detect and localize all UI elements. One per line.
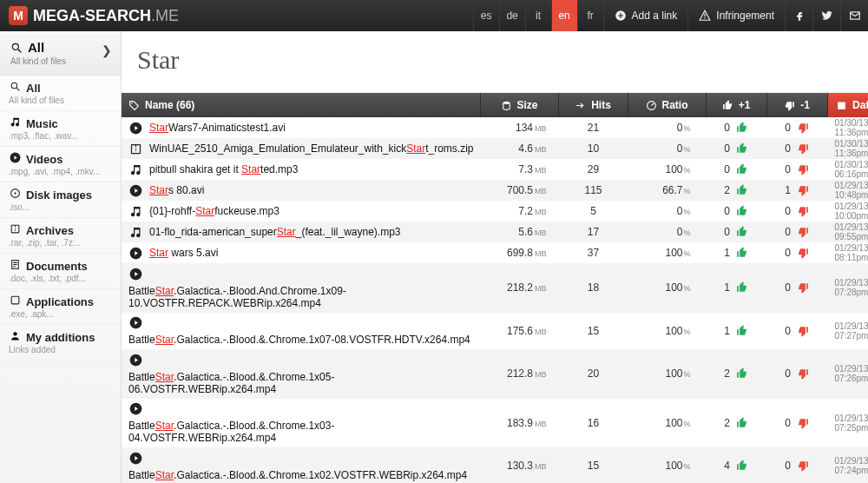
thumb-up-button[interactable] (735, 121, 749, 135)
cell-ratio: 66.7% (628, 182, 707, 199)
result-row[interactable]: StarWars7-Animaticstest1.avi134MB210%000… (122, 117, 868, 138)
sidebar-item-my-additions[interactable]: My additionsLinks added (0, 325, 121, 361)
col-minus[interactable]: -1 (767, 93, 828, 117)
cell-size: 212.8MB (481, 365, 559, 382)
thumb-up-button[interactable] (735, 416, 749, 430)
video-icon (128, 246, 142, 260)
cell-hits: 115 (559, 182, 628, 199)
lang-es[interactable]: es (473, 0, 499, 31)
thumb-down-button[interactable] (796, 367, 810, 380)
result-row[interactable]: 01-flo_rida-american_superStar_(feat._li… (122, 222, 868, 242)
cell-size: 134MB (481, 119, 559, 136)
lang-en[interactable]: en (551, 0, 577, 31)
sidebar-item-disk-images[interactable]: Disk images.iso... (0, 182, 121, 218)
lang-fr[interactable]: fr (577, 0, 603, 31)
thumb-down-button[interactable] (796, 281, 810, 294)
result-row[interactable]: {01}-rohff-Starfuckeuse.mp37.2MB50%0001/… (122, 201, 868, 222)
file-name: WinUAE_2510_Amiga_Emulation_Emulateur_wi… (149, 142, 474, 155)
thumb-down-button[interactable] (796, 324, 810, 338)
thumb-up-button[interactable] (735, 324, 749, 338)
result-row[interactable]: Stars 80.avi700.5MB11566.7%2101/29/1310:… (122, 180, 868, 201)
lang-it[interactable]: it (525, 0, 551, 31)
thumb-up-button[interactable] (735, 142, 749, 155)
result-row[interactable]: WinUAE_2510_Amiga_Emulation_Emulateur_wi… (122, 138, 868, 159)
thumb-down-button[interactable] (796, 225, 810, 239)
sidebar-item-documents[interactable]: Documents.doc, .xls, .txt, .pdf... (0, 254, 121, 289)
sidebar-item-title: Documents (26, 260, 88, 273)
cell-size: 183.9MB (481, 414, 559, 432)
thumb-up-button[interactable] (735, 246, 749, 260)
doc-icon (9, 259, 21, 273)
cell-plus: 0 (707, 118, 767, 137)
col-plus[interactable]: +1 (707, 93, 767, 117)
thumb-down-button[interactable] (796, 246, 810, 260)
thumb-down-button[interactable] (796, 183, 810, 197)
archive-icon (9, 223, 21, 237)
thumb-up-button[interactable] (735, 459, 749, 473)
sidebar-item-music[interactable]: Music.mp3, .flac, .wav... (0, 111, 121, 147)
result-row[interactable]: BattleStar.Galactica.-.Blood.&.Chrome.1x… (122, 349, 868, 399)
sidebar: All All kind of files ❯ AllAll kind of f… (0, 31, 122, 483)
sidebar-item-applications[interactable]: Applications.exe, .apk... (0, 289, 121, 325)
cell-hits: 21 (559, 119, 628, 136)
cell-plus: 0 (707, 222, 767, 242)
sidebar-item-archives[interactable]: Archives.rar, .zip, .tar, .7z... (0, 218, 121, 254)
sidebar-item-sub: .rar, .zip, .tar, .7z... (9, 238, 112, 248)
thumb-up-button[interactable] (735, 281, 749, 294)
thumb-down-button[interactable] (796, 204, 810, 218)
video-icon (128, 121, 142, 135)
cell-minus: 0 (767, 456, 828, 475)
result-row[interactable]: pitbull shakira get it Started.mp37.3MB2… (122, 159, 868, 180)
cell-ratio: 100% (628, 365, 707, 382)
cell-minus: 0 (767, 202, 828, 221)
col-name[interactable]: Name (66) (122, 93, 481, 117)
col-ratio[interactable]: Ratio (628, 93, 707, 117)
sidebar-item-videos[interactable]: Videos.mpg, .avi, .mp4, .mkv... (0, 147, 121, 182)
lang-de[interactable]: de (499, 0, 525, 31)
cell-date: 01/29/1307:25pm (828, 411, 868, 435)
cell-ratio: 100% (628, 279, 707, 296)
thumb-up-button[interactable] (735, 162, 749, 176)
thumb-up-button[interactable] (735, 183, 749, 197)
thumb-down-button[interactable] (796, 142, 810, 155)
cell-hits: 15 (559, 457, 628, 474)
thumb-up-button[interactable] (735, 204, 749, 218)
sidebar-item-title: Applications (26, 295, 94, 308)
cell-ratio: 100% (628, 322, 707, 340)
result-row[interactable]: BattleStar.Galactica.-.Blood.&.Chrome.1x… (122, 313, 868, 350)
file-name: BattleStar.Galactica.-.Blood.And.Chrome.… (128, 285, 474, 309)
facebook-button[interactable] (785, 0, 812, 31)
sidebar-item-sub: Links added (9, 345, 112, 354)
logo-badge-icon: M (9, 6, 28, 25)
result-row[interactable]: Star wars 5.avi699.8MB37100%1001/29/1308… (122, 242, 868, 263)
sidebar-item-all[interactable]: AllAll kind of files (0, 76, 121, 111)
thumb-up-button[interactable] (735, 367, 749, 380)
thumb-down-button[interactable] (796, 459, 810, 473)
twitter-button[interactable] (812, 0, 840, 31)
db-icon (501, 100, 512, 111)
col-size[interactable]: Size (481, 93, 559, 117)
result-row[interactable]: BattleStar.Galactica.-.Blood.&.Chrome.1x… (122, 399, 868, 448)
thumb-down-button[interactable] (796, 162, 810, 176)
disk-icon (9, 188, 21, 202)
cell-size: 5.6MB (481, 223, 559, 241)
col-hits[interactable]: Hits (559, 93, 628, 117)
tag-icon (128, 100, 140, 111)
cell-hits: 16 (559, 414, 628, 432)
result-row[interactable]: BattleStar.Galactica.-.Blood.&.Chrome.1x… (122, 447, 868, 483)
search-area: Star (122, 31, 868, 93)
thumb-down-button[interactable] (796, 121, 810, 135)
sidebar-head[interactable]: All All kind of files ❯ (0, 31, 121, 76)
thumb-down-button[interactable] (796, 416, 810, 430)
add-link-button[interactable]: Add a link (603, 0, 688, 31)
cell-ratio: 100% (628, 414, 707, 432)
cell-hits: 18 (559, 279, 628, 296)
result-row[interactable]: BattleStar.Galactica.-.Blood.And.Chrome.… (122, 263, 868, 313)
col-date[interactable]: Date▼ (828, 93, 868, 117)
sidebar-item-sub: .iso... (9, 202, 112, 212)
music-icon (9, 116, 21, 130)
mail-button[interactable] (840, 0, 868, 31)
thumb-up-button[interactable] (735, 225, 749, 239)
infringement-button[interactable]: Infringement (687, 0, 785, 31)
logo[interactable]: M MEGA-SEARCH.ME (0, 6, 187, 25)
